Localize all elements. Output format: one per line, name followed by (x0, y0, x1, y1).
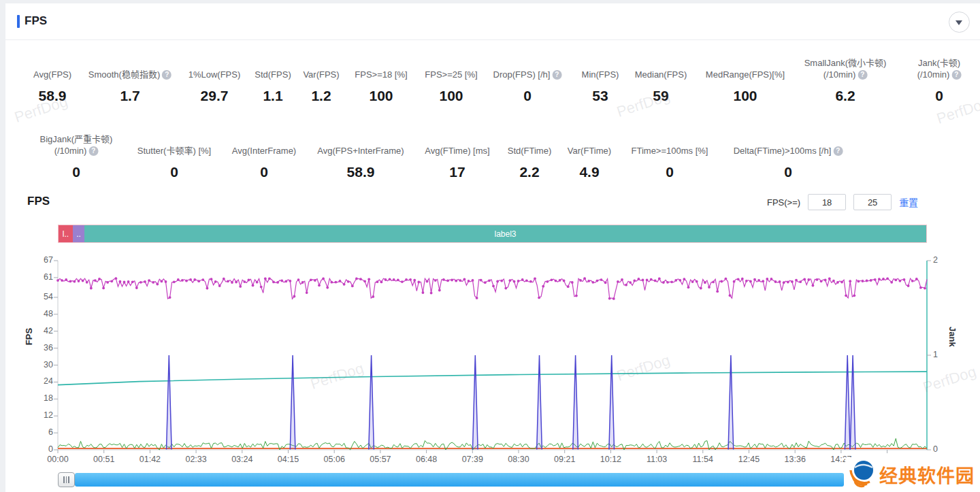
x-axis-tick-label: 09:21 (547, 455, 583, 464)
fps-threshold-input-1[interactable] (808, 194, 846, 210)
stat-value: 6.2 (804, 87, 887, 105)
collapse-button[interactable] (949, 12, 970, 33)
scene-label-segment: l.. (59, 225, 73, 242)
right-y-axis-tick-label: 0 (933, 444, 953, 454)
stat-metric: 1%Low(FPS)29.7 (189, 56, 241, 105)
stat-label: Delta(FTime)>100ms [/h] (734, 145, 832, 157)
stat-label: Avg(FTime) [ms] (425, 145, 489, 157)
stat-metric: Std(FTime)2.2 (508, 132, 552, 181)
stat-label: Std(FPS) (255, 69, 291, 80)
right-y-axis-tick-label: 2 (933, 255, 953, 265)
stat-value: 59 (635, 87, 687, 105)
x-axis-tick-label: 06:48 (409, 455, 444, 464)
x-axis-tick-label: 12:45 (731, 455, 766, 464)
x-axis-tick-label: 11:03 (639, 455, 674, 464)
stat-value: 0 (493, 87, 562, 105)
stat-label: (/10min) (54, 145, 87, 157)
panel-header: FPS (5, 3, 980, 40)
stat-metric: Std(FPS)1.1 (255, 56, 291, 105)
stat-label: Var(FPS) (303, 69, 339, 80)
y-axis-tick-label: 30 (27, 360, 53, 370)
help-icon[interactable]: ? (833, 146, 843, 156)
fps-threshold-filter: FPS(>=) 重置 (767, 193, 918, 211)
stat-label: 1%Low(FPS) (189, 69, 241, 80)
stat-label: Avg(FPS+InterFrame) (317, 145, 404, 157)
stat-metric: BigJank(严重卡顿)(/10min)?0 (40, 132, 113, 181)
stat-metric: MedRange(FPS)[%]100 (706, 56, 785, 105)
x-axis-tick-label: 08:30 (501, 455, 536, 464)
right-y-axis-tick-label: 1 (933, 350, 953, 359)
scene-label-segment: .. (73, 225, 84, 242)
x-axis-tick-label: 07:39 (455, 455, 490, 464)
stat-label: FPS>=25 [%] (425, 69, 477, 80)
stat-value: 1.7 (88, 87, 172, 105)
stat-value: 1.2 (303, 87, 339, 105)
scene-label-segment: label3 (84, 225, 926, 242)
stat-value: 4.9 (568, 163, 611, 181)
stat-metric: Avg(FPS)58.9 (33, 56, 71, 105)
x-axis-tick-label: 11:54 (685, 455, 721, 464)
left-axis-title: FPS (24, 328, 34, 345)
timeline-zoom-handle[interactable] (58, 472, 75, 487)
help-icon[interactable]: ? (951, 70, 961, 80)
fps-threshold-input-2[interactable] (853, 194, 892, 210)
stat-label: Stutter(卡顿率) [%] (137, 145, 211, 157)
x-axis-tick-label: 02:33 (178, 455, 214, 464)
stat-value: 53 (582, 87, 619, 105)
stat-value: 0 (917, 87, 962, 105)
stat-metric: Var(FTime)4.9 (568, 132, 611, 181)
stat-value: 17 (425, 163, 489, 181)
y-axis-tick-label: 24 (27, 376, 53, 386)
stat-value: 29.7 (189, 87, 241, 105)
stat-metric: Drop(FPS) [/h]?0 (493, 56, 562, 105)
chevron-down-icon (956, 20, 962, 25)
stat-label: Median(FPS) (635, 69, 687, 80)
x-axis-tick-label: 04:15 (270, 455, 306, 464)
stat-value: 1.1 (255, 87, 291, 105)
stat-value: 2.2 (508, 163, 552, 181)
stat-metric: Median(FPS)59 (635, 56, 687, 105)
help-icon[interactable]: ? (162, 70, 172, 80)
stat-label: Var(FTime) (568, 145, 611, 157)
stat-value: 58.9 (317, 163, 404, 181)
stat-label: Std(FTime) (508, 145, 552, 157)
header-accent-bar (17, 15, 20, 28)
y-axis-tick-label: 18 (27, 393, 53, 403)
stat-metric: Jank(卡顿)(/10min)?0 (917, 56, 962, 105)
scene-label-bar: l....label3 (58, 225, 927, 243)
stat-metric: Min(FPS)53 (582, 56, 619, 105)
stat-label: Min(FPS) (582, 69, 619, 80)
help-icon[interactable]: ? (88, 146, 98, 156)
stat-value: 0 (734, 163, 843, 181)
stat-metric: Var(FPS)1.2 (303, 56, 339, 105)
right-axis-title: Jank (947, 327, 958, 347)
timeline-scrollbar[interactable] (75, 473, 844, 487)
stat-metric: Avg(FTime) [ms]17 (425, 132, 489, 181)
help-icon[interactable]: ? (858, 70, 867, 80)
stat-value: 100 (425, 87, 477, 105)
stat-label: Smooth(稳帧指数) (88, 69, 160, 80)
reset-link[interactable]: 重置 (899, 195, 918, 209)
x-axis-tick-label: 13:36 (777, 455, 813, 464)
stat-value: 100 (355, 87, 407, 105)
stat-metric: FPS>=25 [%]100 (425, 56, 477, 105)
site-logo[interactable]: 经典软件园 (845, 457, 980, 492)
stat-metric: Avg(InterFrame)0 (232, 132, 296, 181)
x-axis-tick-label: 00:51 (86, 455, 122, 464)
stat-metric: FPS>=18 [%]100 (355, 56, 407, 105)
stat-label: Avg(FPS) (33, 69, 71, 80)
stat-label: SmallJank(微小卡顿) (804, 57, 887, 69)
x-axis-tick-label: 05:57 (363, 455, 398, 464)
y-axis-tick-label: 61 (27, 272, 53, 282)
y-axis-tick-label: 6 (27, 427, 53, 437)
stat-metric: Stutter(卡顿率) [%]0 (137, 132, 211, 181)
x-axis-tick-label: 00:00 (40, 455, 76, 464)
perfdog-fps-panel: FPS Avg(FPS)58.9Smooth(稳帧指数)?1.71%Low(FP… (0, 0, 980, 492)
y-axis-tick-label: 12 (27, 410, 53, 420)
help-icon[interactable]: ? (552, 70, 561, 80)
x-axis-tick-label: 10:12 (593, 455, 628, 464)
x-axis-tick-label: 03:24 (225, 455, 260, 464)
y-axis-tick-label: 67 (27, 255, 53, 265)
stat-label: BigJank(严重卡顿) (40, 133, 113, 145)
stat-metric: Avg(FPS+InterFrame)58.9 (317, 132, 404, 181)
